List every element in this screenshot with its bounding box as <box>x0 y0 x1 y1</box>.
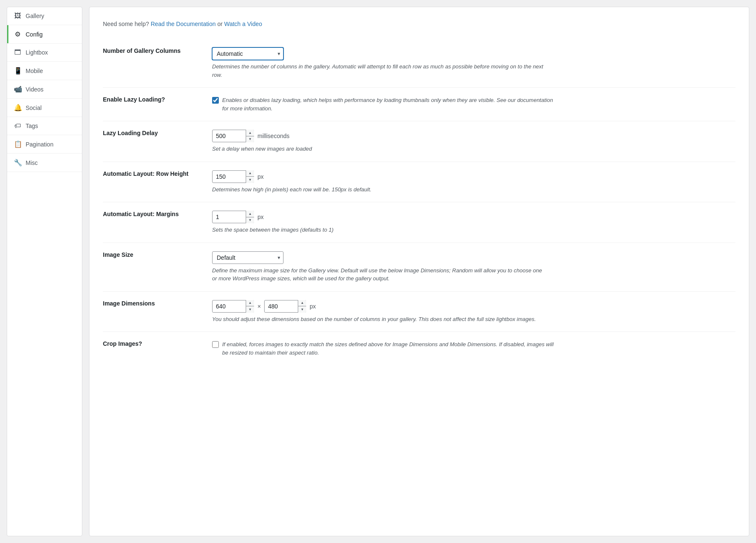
lightbox-icon: 🗖 <box>14 49 21 56</box>
video-link[interactable]: Watch a Video <box>224 21 262 27</box>
image_size-control: DefaultThumbnailMediumLargeFull SizeRand… <box>212 243 735 291</box>
lazy_loading_delay-number-wrapper: ▲ ▼ milliseconds <box>212 130 735 142</box>
lazy_loading_delay-description: Set a delay when new images are loaded <box>212 145 548 153</box>
image_size-label: Image Size <box>103 243 212 291</box>
gallery_columns-description: Determines the number of columns in the … <box>212 63 548 79</box>
image_dimensions-dimensions-row: ▲ ▼ × ▲ ▼ px <box>212 300 735 313</box>
image_dimensions-control: ▲ ▼ × ▲ ▼ px You should adjust these <box>212 291 735 332</box>
margins-up-arrow[interactable]: ▲ <box>246 211 254 217</box>
gallery_columns-control: Automatic12345678910 Determines the numb… <box>212 39 735 88</box>
sidebar-item-mobile[interactable]: 📱 Mobile <box>7 62 82 80</box>
image_size-select[interactable]: DefaultThumbnailMediumLargeFull SizeRand… <box>212 251 284 264</box>
doc-link[interactable]: Read the Documentation <box>151 21 216 27</box>
image_dimensions-width-spinbox: ▲ ▼ <box>212 300 254 313</box>
row_height-down-arrow[interactable]: ▼ <box>246 177 254 183</box>
margins-label: Automatic Layout: Margins <box>103 202 212 243</box>
sidebar-item-videos[interactable]: 📹 Videos <box>7 80 82 99</box>
margins-down-arrow[interactable]: ▼ <box>246 217 254 224</box>
gallery_columns-label: Number of Gallery Columns <box>103 39 212 88</box>
sidebar-item-pagination[interactable]: 📋 Pagination <box>7 135 82 154</box>
crop_images-description: If enabled, forces images to exactly mat… <box>222 340 558 357</box>
pagination-icon: 📋 <box>14 140 21 148</box>
sidebar-item-tags[interactable]: 🏷 Tags <box>7 117 82 135</box>
main-content: Need some help? Read the Documentation o… <box>89 7 749 536</box>
help-text: Need some help? Read the Documentation o… <box>103 21 735 27</box>
settings-row-lazy_loading_delay: Lazy Loading Delay ▲ ▼ milliseconds Set … <box>103 121 735 162</box>
image_dimensions-height-up[interactable]: ▲ <box>298 300 306 307</box>
lazy_loading_delay-down-arrow[interactable]: ▼ <box>246 136 254 143</box>
row_height-spinbox: ▲ ▼ <box>212 170 254 183</box>
sidebar-item-gallery[interactable]: 🖼 Gallery <box>7 7 82 25</box>
tags-icon: 🏷 <box>14 122 21 130</box>
gallery_columns-select-wrapper: Automatic12345678910 <box>212 47 284 60</box>
lazy_loading-checkbox[interactable] <box>212 97 219 104</box>
settings-row-row_height: Automatic Layout: Row Height ▲ ▼ px Dete… <box>103 162 735 202</box>
sidebar-label-lightbox: Lightbox <box>26 49 48 56</box>
gallery_columns-select[interactable]: Automatic12345678910 <box>212 47 284 60</box>
lazy_loading_delay-control: ▲ ▼ milliseconds Set a delay when new im… <box>212 121 735 162</box>
image_size-description: Define the maximum image size for the Ga… <box>212 266 548 283</box>
sidebar-label-gallery: Gallery <box>26 13 44 19</box>
row_height-control: ▲ ▼ px Determines how high (in pixels) e… <box>212 162 735 202</box>
crop_images-checkbox[interactable] <box>212 341 219 348</box>
dimensions-cross: × <box>257 303 261 310</box>
config-icon: ⚙ <box>14 30 21 38</box>
sidebar-label-videos: Videos <box>26 86 44 93</box>
settings-row-margins: Automatic Layout: Margins ▲ ▼ px Sets th… <box>103 202 735 243</box>
settings-row-image_dimensions: Image Dimensions ▲ ▼ × ▲ <box>103 291 735 332</box>
misc-icon: 🔧 <box>14 159 21 167</box>
sidebar-item-lightbox[interactable]: 🗖 Lightbox <box>7 44 82 62</box>
sidebar-label-social: Social <box>26 104 42 111</box>
or-text: or <box>217 21 224 27</box>
lazy_loading-label: Enable Lazy Loading? <box>103 88 212 121</box>
sidebar-label-config: Config <box>26 31 42 38</box>
crop_images-checkbox-row: If enabled, forces images to exactly mat… <box>212 340 735 357</box>
image_dimensions-description: You should adjust these dimensions based… <box>212 315 548 324</box>
row_height-label: Automatic Layout: Row Height <box>103 162 212 202</box>
row_height-description: Determines how high (in pixels) each row… <box>212 185 548 194</box>
settings-row-lazy_loading: Enable Lazy Loading? Enables or disables… <box>103 88 735 121</box>
row_height-number-wrapper: ▲ ▼ px <box>212 170 735 183</box>
lazy_loading-control: Enables or disables lazy loading, which … <box>212 88 735 121</box>
lazy_loading_delay-spinbox: ▲ ▼ <box>212 130 254 142</box>
margins-number-wrapper: ▲ ▼ px <box>212 211 735 223</box>
image_dimensions-width-down[interactable]: ▼ <box>246 306 254 313</box>
settings-row-gallery_columns: Number of Gallery Columns Automatic12345… <box>103 39 735 88</box>
sidebar-item-misc[interactable]: 🔧 Misc <box>7 154 82 172</box>
sidebar-label-mobile: Mobile <box>26 68 43 74</box>
sidebar-item-config[interactable]: ⚙ Config <box>7 25 82 44</box>
margins-spinbox: ▲ ▼ <box>212 211 254 223</box>
image_dimensions-width-up[interactable]: ▲ <box>246 300 254 307</box>
image_dimensions-height-down[interactable]: ▼ <box>298 306 306 313</box>
image_dimensions-height-spinbox: ▲ ▼ <box>264 300 306 313</box>
crop_images-control: If enabled, forces images to exactly mat… <box>212 332 735 365</box>
lazy_loading_delay-unit: milliseconds <box>257 133 289 139</box>
mobile-icon: 📱 <box>14 67 21 75</box>
sidebar: 🖼 Gallery ⚙ Config 🗖 Lightbox 📱 Mobile 📹… <box>7 7 82 536</box>
settings-table: Number of Gallery Columns Automatic12345… <box>103 39 735 365</box>
gallery-icon: 🖼 <box>14 12 21 20</box>
image_dimensions-unit: px <box>310 303 316 310</box>
help-label: Need some help? <box>103 21 151 27</box>
social-icon: 🔔 <box>14 104 21 112</box>
sidebar-label-pagination: Pagination <box>26 141 53 148</box>
settings-row-crop_images: Crop Images? If enabled, forces images t… <box>103 332 735 365</box>
crop_images-label: Crop Images? <box>103 332 212 365</box>
margins-unit: px <box>257 214 264 220</box>
image_dimensions-label: Image Dimensions <box>103 291 212 332</box>
image_size-select-wrapper: DefaultThumbnailMediumLargeFull SizeRand… <box>212 251 284 264</box>
margins-description: Sets the space between the images (defau… <box>212 226 548 234</box>
margins-control: ▲ ▼ px Sets the space between the images… <box>212 202 735 243</box>
sidebar-item-social[interactable]: 🔔 Social <box>7 99 82 117</box>
videos-icon: 📹 <box>14 85 21 93</box>
row_height-up-arrow[interactable]: ▲ <box>246 170 254 177</box>
settings-row-image_size: Image Size DefaultThumbnailMediumLargeFu… <box>103 243 735 291</box>
lazy_loading_delay-up-arrow[interactable]: ▲ <box>246 130 254 136</box>
row_height-unit: px <box>257 173 264 180</box>
sidebar-label-misc: Misc <box>26 159 38 166</box>
sidebar-label-tags: Tags <box>26 123 38 129</box>
lazy_loading_delay-label: Lazy Loading Delay <box>103 121 212 162</box>
lazy_loading-checkbox-row: Enables or disables lazy loading, which … <box>212 96 735 112</box>
lazy_loading-description: Enables or disables lazy loading, which … <box>222 96 558 112</box>
